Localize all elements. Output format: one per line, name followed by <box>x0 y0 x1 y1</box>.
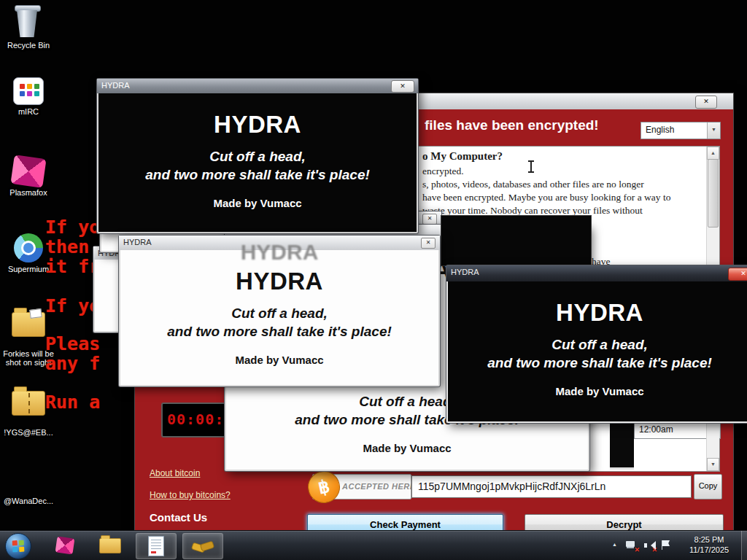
chevron-down-icon[interactable]: ▼ <box>707 122 720 139</box>
hydra-byline: Made by Vumacc <box>448 385 747 397</box>
hydra-titlebar[interactable]: HYDRA ✕ <box>446 265 747 281</box>
bitcoin-icon: ฿ <box>305 468 343 506</box>
clock-time: 8:25 PM <box>681 534 737 545</box>
scroll-up-icon[interactable]: ▲ <box>707 147 719 160</box>
zip-folder-icon <box>12 391 45 416</box>
taskbar-app-notepad[interactable] <box>136 533 177 559</box>
ibeam-cursor <box>530 161 532 172</box>
plasmafox-icon <box>55 536 75 554</box>
icon-label: mIRC <box>0 107 57 116</box>
bitcoin-accepted-badge: ฿ ACCEPTED HERE <box>312 474 411 499</box>
hydra-content: HYDRA Cut off a head, and two more shall… <box>120 250 438 385</box>
hydra-heading: HYDRA <box>98 111 417 139</box>
taskbar-clock[interactable]: 8:25 PM 11/17/2025 <box>681 534 737 555</box>
language-dropdown[interactable]: English ▼ <box>640 122 721 139</box>
hydra-heading: HYDRA <box>448 299 747 327</box>
close-icon[interactable]: ✕ <box>695 96 717 109</box>
desktop-icon-recycle-bin[interactable]: Recycle Bin <box>0 4 57 50</box>
desktop-icon-wanadec[interactable]: @WanaDec... <box>0 494 57 505</box>
desktop: Recycle Bin mIRC Plasmafox Supermium For… <box>0 0 747 560</box>
hydra-window-fragment <box>441 216 591 265</box>
desktop-graffiti-line: If yo <box>45 295 100 316</box>
folder-icon <box>12 312 45 337</box>
close-icon[interactable]: ✕ <box>422 214 437 225</box>
hydra-byline: Made by Vumacc <box>226 442 588 454</box>
bitcoin-address-field[interactable]: 115p7UMMngoj1pMvkpHijcRdfJNXj6LrLn <box>411 475 692 498</box>
hydra-window-2: HYDRA HYDRA ✕ HYDRA Cut off a head, and … <box>119 236 440 386</box>
hydra-window-fragment <box>610 419 634 470</box>
desktop-graffiti-line: Run a <box>45 392 100 413</box>
hydra-tagline-1: Cut off a head, <box>98 147 417 166</box>
clock-date: 11/17/2025 <box>681 545 737 555</box>
hydra-byline: Made by Vumacc <box>98 197 417 209</box>
ransom-body-line: waste your time. Nobody can recover your… <box>422 205 643 217</box>
ransom-header: files have been encrypted! <box>425 117 599 133</box>
desktop-graffiti-line: it fr <box>45 256 100 277</box>
language-value: English <box>646 122 674 137</box>
desktop-graffiti-line: If yo <box>45 217 100 238</box>
contact-us-link[interactable]: Contact Us <box>150 511 207 524</box>
close-icon[interactable]: ✕ <box>728 268 747 281</box>
taskbar-app-explorer[interactable] <box>90 533 130 558</box>
close-icon[interactable]: ✕ <box>391 80 414 93</box>
hidden-icons-chevron-icon[interactable]: ▲ <box>612 542 617 547</box>
hydra-titlebar[interactable]: HYDRA ✕ <box>97 79 418 93</box>
close-icon[interactable]: ✕ <box>421 238 436 249</box>
hydra-window-right: HYDRA ✕ HYDRA Cut off a head, and two mo… <box>446 265 747 423</box>
ransom-body-line: have been encrypted. Maybe you are busy … <box>422 192 670 203</box>
icon-label: !YGS@#EB... <box>0 428 57 437</box>
window-title: HYDRA <box>451 268 479 276</box>
ransom-body-line: encrypted. <box>422 166 464 177</box>
hydra-tagline-2: and two more shall take it's place! <box>98 166 417 184</box>
taskbar-app-wanadecryptor[interactable] <box>182 533 223 559</box>
hydra-tagline-1: Cut off a head, <box>120 304 438 322</box>
scroll-down-icon[interactable]: ▼ <box>707 458 719 471</box>
mirc-icon <box>13 77 44 105</box>
ransom-question-1: o My Computer? <box>422 150 503 163</box>
hydra-window-1: HYDRA ✕ HYDRA Cut off a head, and two mo… <box>97 79 418 233</box>
taskbar-app-plasmafox[interactable] <box>45 533 85 558</box>
hydra-heading: HYDRA <box>120 268 438 295</box>
how-to-buy-bitcoins-link[interactable]: How to buy bitcoins? <box>150 490 231 500</box>
hydra-content: HYDRA Cut off a head, and two more shall… <box>448 281 747 421</box>
scrollbar-thumb[interactable] <box>708 159 719 228</box>
copy-button[interactable]: Copy <box>694 474 722 499</box>
icon-label: @WanaDec... <box>0 497 57 505</box>
network-error-icon[interactable]: ✕ <box>625 540 638 551</box>
about-bitcoin-link[interactable]: About bitcoin <box>150 468 200 478</box>
icon-label: Plasmafox <box>0 188 57 197</box>
taskbar: ▲ ✕ ✕ 8:25 PM 11/17/2025 <box>0 530 747 560</box>
folder-icon <box>99 538 121 553</box>
show-desktop-button[interactable] <box>741 531 747 560</box>
volume-muted-icon[interactable]: ✕ <box>643 540 655 551</box>
recycle-bin-icon <box>12 4 45 39</box>
desktop-icon-plasmafox[interactable]: Plasmafox <box>0 153 57 197</box>
desktop-graffiti-line: Pleas <box>45 333 100 354</box>
hydra-content: HYDRA Cut off a head, and two more shall… <box>98 93 417 232</box>
hydra-titlebar[interactable]: HYDRA ✕ <box>119 236 440 250</box>
ransom-body-line: s, photos, videos, databases and other f… <box>422 179 644 190</box>
hydra-tagline-1: Cut off a head, <box>448 335 747 354</box>
supermium-icon <box>14 233 43 262</box>
plasmafox-icon <box>10 155 46 188</box>
windows-flag-icon <box>12 540 25 553</box>
hydra-byline: Made by Vumacc <box>120 354 438 366</box>
bitcoin-badge-label: ACCEPTED HERE <box>342 475 416 499</box>
icon-label: Recycle Bin <box>0 41 57 50</box>
desktop-icon-mirc[interactable]: mIRC <box>0 74 57 116</box>
handshake-icon <box>191 538 214 554</box>
action-center-flag-icon[interactable] <box>659 540 672 551</box>
start-button[interactable] <box>5 533 31 559</box>
desktop-graffiti-line: any f <box>45 353 100 374</box>
window-title: HYDRA <box>101 81 130 90</box>
document-icon <box>148 536 164 556</box>
hydra-tagline-2: and two more shall take it's place! <box>120 322 438 341</box>
window-title: HYDRA <box>123 238 152 246</box>
hydra-tagline-2: and two more shall take it's place! <box>448 354 747 372</box>
time-dropdown-value: 12:00am <box>639 422 673 437</box>
